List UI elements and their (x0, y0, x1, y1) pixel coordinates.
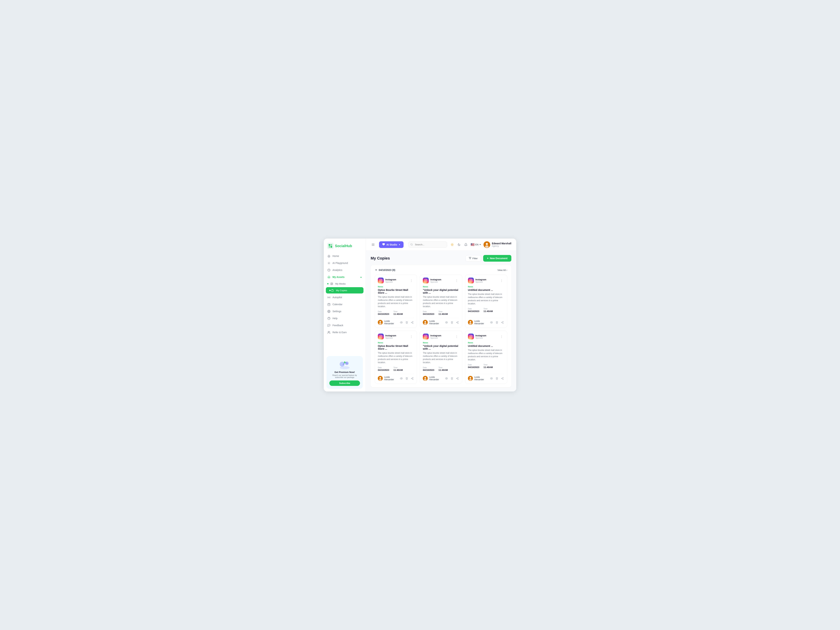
logo-text: SocialHub (335, 244, 352, 248)
card-menu-button[interactable]: ⋮ (409, 279, 414, 283)
sidebar-item-analytics[interactable]: Analytics (324, 267, 366, 273)
card-date: Date 04/10/2023 (468, 308, 479, 313)
card-tag: News (423, 286, 459, 288)
card-menu-button[interactable]: ⋮ (499, 335, 504, 339)
new-document-button[interactable]: + New Document (483, 255, 512, 262)
card-date: Date 04/10/2023 (423, 311, 434, 315)
user-profile[interactable]: Edward Marshall Agency (483, 241, 512, 248)
share-button[interactable] (456, 377, 459, 380)
language-selector[interactable]: 🇺🇸 EN ▼ (471, 243, 481, 246)
card-footer: Leslie Alexander (378, 318, 414, 325)
card-meta: Date 04/10/2023 Time 11:40AM (468, 308, 504, 313)
card-menu-button[interactable]: ⋮ (454, 335, 459, 339)
view-button[interactable] (489, 377, 493, 380)
sidebar-item-calendar[interactable]: Calendar (324, 301, 366, 308)
card-menu-button[interactable]: ⋮ (499, 279, 504, 283)
view-button[interactable] (399, 321, 403, 324)
sidebar-item-help[interactable]: Help (324, 315, 366, 322)
share-button[interactable] (501, 321, 504, 324)
card-user-avatar (468, 320, 473, 325)
delete-button[interactable] (450, 377, 454, 380)
notifications-button[interactable] (464, 242, 468, 247)
svg-point-56 (425, 321, 426, 323)
chevron-down-icon: ▼ (398, 243, 400, 246)
delete-button[interactable] (405, 321, 409, 324)
autopilot-icon (327, 296, 330, 299)
view-button[interactable] (489, 321, 493, 324)
svg-line-111 (502, 378, 503, 378)
chevron-down-icon: ▼ (375, 268, 377, 272)
svg-point-57 (424, 323, 426, 325)
svg-line-35 (453, 243, 453, 244)
card-platform: Instagram Sponsor (378, 333, 396, 339)
card-date: Date 04/10/2023 (468, 364, 479, 369)
moon-theme-button[interactable] (457, 243, 461, 247)
svg-point-4 (328, 263, 329, 264)
card-user-avatar (378, 320, 383, 325)
refer-icon (327, 331, 330, 334)
card-menu-button[interactable]: ⋮ (454, 279, 459, 283)
view-button[interactable] (445, 321, 448, 324)
sidebar-item-my-copies[interactable]: My Copies (326, 287, 363, 294)
share-button[interactable] (411, 321, 414, 324)
time-value: 11:40AM (483, 310, 493, 313)
delete-button[interactable] (450, 321, 454, 324)
card-time: Time 11:40AM (438, 311, 448, 315)
document-card: Instagram Sponsor ⋮ News "Unlock your di… (420, 275, 462, 328)
card-footer: Leslie Alexander (468, 318, 504, 325)
filter-button[interactable]: Filter (466, 255, 481, 262)
card-time: Time 11:40AM (483, 364, 493, 369)
date-group-toggle[interactable]: ▼ 04/10/2023 (9) (375, 268, 395, 272)
card-menu-button[interactable]: ⋮ (409, 335, 414, 339)
hamburger-menu-button[interactable] (371, 242, 376, 247)
card-platform-info: Instagram Sponsor (430, 278, 441, 283)
sidebar-item-ai-playground[interactable]: AI Playground (324, 259, 366, 267)
sun-theme-button[interactable] (450, 242, 455, 247)
delete-button[interactable] (495, 321, 499, 324)
share-button[interactable] (411, 377, 414, 380)
view-button[interactable] (399, 377, 403, 380)
svg-rect-76 (380, 335, 382, 338)
sidebar-item-home[interactable]: Home (324, 253, 366, 259)
delete-button[interactable] (495, 377, 499, 380)
delete-button[interactable] (405, 377, 409, 380)
card-description: The optus bourke street mall store in me… (378, 295, 414, 308)
page-content: My Copies Filter + New Document (366, 251, 516, 392)
sidebar-item-feedback[interactable]: Feedback (324, 322, 366, 329)
search-input[interactable] (409, 242, 447, 248)
sidebar-item-my-assets[interactable]: My Assets ▲ (324, 273, 366, 281)
svg-point-37 (486, 243, 488, 245)
sidebar-item-autopilot[interactable]: Autopilot (324, 294, 366, 301)
sidebar-item-refer-earn[interactable]: Refer & Earn (324, 329, 366, 336)
card-meta: Date 04/10/2023 Time 11:40AM (378, 366, 414, 371)
svg-rect-3 (331, 246, 332, 248)
share-button[interactable] (501, 377, 504, 380)
svg-point-78 (381, 336, 382, 336)
sidebar-logo: SocialHub (324, 238, 366, 253)
view-button[interactable] (445, 377, 448, 380)
subscribe-button[interactable]: Subscribe (329, 381, 360, 386)
card-description: The optus bourke street mall store in me… (468, 293, 504, 305)
platform-type: Sponsor (430, 337, 441, 339)
svg-point-44 (380, 321, 381, 323)
platform-name: Instagram (430, 278, 441, 281)
time-value: 11:40AM (483, 366, 493, 369)
share-button[interactable] (456, 321, 459, 324)
card-time: Time 11:40AM (483, 308, 493, 313)
sidebar-item-my-media[interactable]: My Media (324, 281, 366, 287)
date-label: Date (378, 311, 389, 313)
sidebar-item-settings[interactable]: Settings (324, 308, 366, 315)
svg-point-106 (491, 378, 492, 379)
instagram-icon (378, 278, 384, 284)
card-actions (445, 321, 459, 324)
platform-name: Instagram (385, 278, 396, 281)
view-all-button[interactable]: View All › (497, 269, 507, 272)
svg-point-46 (401, 322, 402, 323)
help-icon (327, 317, 330, 320)
card-user-avatar (423, 320, 428, 325)
svg-point-69 (469, 323, 472, 325)
ai-studio-button[interactable]: AI Studio ▼ (379, 241, 404, 248)
sidebar-item-label: My Assets (333, 276, 344, 278)
svg-point-58 (446, 322, 447, 323)
premium-illustration (338, 359, 352, 369)
